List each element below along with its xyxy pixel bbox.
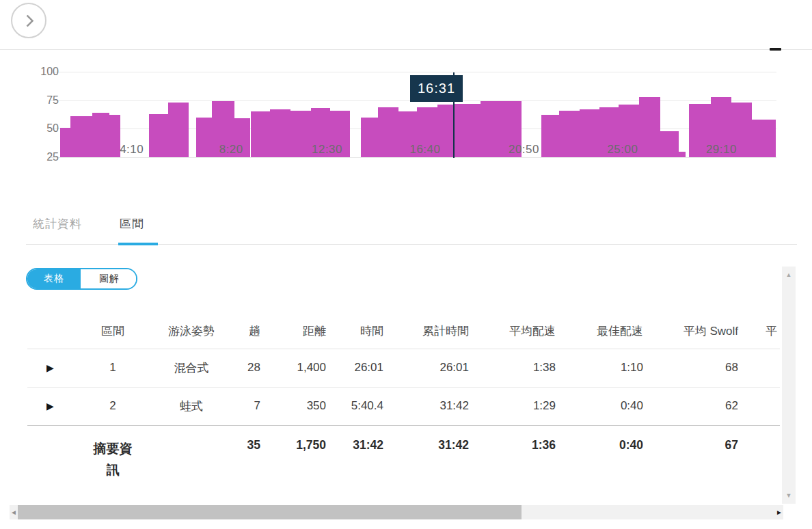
- interval-row: ▶2蛙式73505:40.431:421:290:4062: [27, 387, 780, 425]
- summary-row: 摘要資訊351,75031:4231:421:360:4067: [27, 425, 780, 491]
- vertical-scrollbar[interactable]: ▲ ▼: [782, 267, 796, 504]
- intervals-table-container[interactable]: 區間游泳姿勢趟距離時間累計時間平均配速最佳配速平均 Swolf平 ▶1混合式28…: [27, 314, 780, 493]
- interval-cell: 68: [643, 349, 738, 387]
- summary-label: 摘要資訊: [89, 438, 137, 480]
- active-tab-underline: [118, 243, 158, 245]
- interval-row: ▶1混合式281,40026:0126:011:381:1068: [27, 349, 780, 387]
- x-axis-tick-label: 20:50: [496, 142, 551, 157]
- interval-cell: [738, 349, 780, 387]
- x-axis-tick-label: 4:10: [105, 142, 159, 157]
- interval-cell: 7: [226, 387, 260, 425]
- gridline: [51, 157, 776, 158]
- chart-bar: [60, 128, 70, 157]
- chart-tooltip: 16:31: [410, 75, 463, 102]
- column-header: 最佳配速: [556, 314, 643, 349]
- interval-cell: 1:38: [469, 349, 556, 387]
- interval-cell: 0:40: [556, 387, 643, 425]
- tab-bar: 統計資料 區間: [0, 215, 812, 246]
- summary-cell: 67: [643, 425, 738, 491]
- column-header: 時間: [326, 314, 383, 349]
- summary-cell: 31:42: [383, 425, 469, 491]
- column-header: 平: [738, 314, 780, 349]
- summary-cell: 0:40: [556, 425, 643, 491]
- chart-bar: [378, 107, 398, 157]
- interval-cell: 26:01: [383, 349, 469, 387]
- column-header: 趟: [226, 314, 260, 349]
- scroll-up-icon[interactable]: ▲: [782, 269, 796, 280]
- chart-bar: [70, 116, 92, 157]
- y-axis-tick-label: 25: [26, 150, 59, 164]
- summary-cell: [738, 425, 780, 491]
- scroll-left-icon[interactable]: ◄: [10, 505, 18, 519]
- chevron-right-icon: [21, 14, 33, 27]
- column-header: 游泳姿勢: [157, 314, 226, 349]
- interval-cell: 2: [68, 387, 157, 425]
- view-toggle: 表格 圖解: [26, 268, 137, 290]
- expand-row-icon[interactable]: ▶: [46, 362, 54, 373]
- tab-intervals[interactable]: 區間: [120, 216, 144, 232]
- x-axis-tick-label: 25:00: [595, 142, 650, 157]
- minimize-dash-icon[interactable]: [770, 48, 781, 51]
- scroll-down-icon[interactable]: ▼: [782, 490, 796, 501]
- x-axis-tick-label: 29:10: [694, 142, 748, 157]
- tab-statistics[interactable]: 統計資料: [33, 216, 82, 232]
- column-header: 區間: [68, 314, 157, 349]
- summary-cell: 35: [226, 425, 260, 491]
- toggle-diagram-button[interactable]: 圖解: [83, 269, 136, 288]
- table-header-row: 區間游泳姿勢趟距離時間累計時間平均配速最佳配速平均 Swolf平: [27, 314, 780, 349]
- x-axis-tick-label: 12:30: [300, 142, 355, 157]
- chart-bar: [679, 152, 686, 157]
- interval-cell: 31:42: [383, 387, 469, 425]
- interval-cell: 混合式: [157, 349, 226, 387]
- x-axis-tick-label: 16:40: [398, 142, 452, 157]
- summary-cell: [157, 425, 226, 491]
- expand-panel-button[interactable]: [11, 3, 46, 38]
- column-header: 累計時間: [383, 314, 469, 349]
- horizontal-scrollbar-thumb[interactable]: [18, 505, 522, 519]
- interval-cell: [738, 387, 780, 425]
- intervals-table: 區間游泳姿勢趟距離時間累計時間平均配速最佳配速平均 Swolf平 ▶1混合式28…: [27, 314, 780, 491]
- chart-bar: [270, 109, 290, 157]
- interval-cell: 1,400: [260, 349, 326, 387]
- summary-cell: 1:36: [469, 425, 556, 491]
- interval-cell: 1:10: [556, 349, 643, 387]
- interval-cell: 350: [260, 387, 326, 425]
- column-header: 距離: [260, 314, 326, 349]
- y-axis-tick-label: 75: [26, 94, 59, 107]
- summary-cell: 1,750: [260, 425, 326, 491]
- horizontal-scrollbar[interactable]: ◄ ►: [10, 505, 783, 519]
- column-header: 平均配速: [469, 314, 556, 349]
- chart-bar: [559, 111, 580, 157]
- interval-cell: 5:40.4: [326, 387, 383, 425]
- chart-bar: [361, 118, 378, 157]
- chart-bar: [455, 104, 481, 157]
- x-axis-tick-label: 8:20: [204, 142, 258, 157]
- y-axis-tick-label: 50: [26, 122, 59, 135]
- column-header: [27, 314, 68, 349]
- chart-bar: [168, 103, 189, 157]
- column-header: 平均 Swolf: [643, 314, 738, 349]
- interval-cell: 蛙式: [157, 387, 226, 425]
- expand-row-icon[interactable]: ▶: [46, 401, 54, 411]
- chart-bar: [752, 120, 776, 157]
- summary-cell: 31:42: [326, 425, 383, 491]
- toggle-table-button[interactable]: 表格: [27, 269, 83, 288]
- interval-cell: 62: [643, 387, 738, 425]
- interval-cell: 1:29: [469, 387, 556, 425]
- scroll-right-icon[interactable]: ►: [775, 505, 783, 519]
- interval-cell: 26:01: [326, 349, 383, 387]
- swim-stroke-rate-chart[interactable]: 1007550254:108:2012:3016:4020:5025:0029:…: [0, 62, 812, 165]
- chart-bar: [660, 131, 678, 157]
- interval-cell: 28: [226, 349, 260, 387]
- top-divider: [0, 49, 812, 50]
- y-axis-tick-label: 100: [26, 65, 59, 79]
- interval-cell: 1: [68, 349, 157, 387]
